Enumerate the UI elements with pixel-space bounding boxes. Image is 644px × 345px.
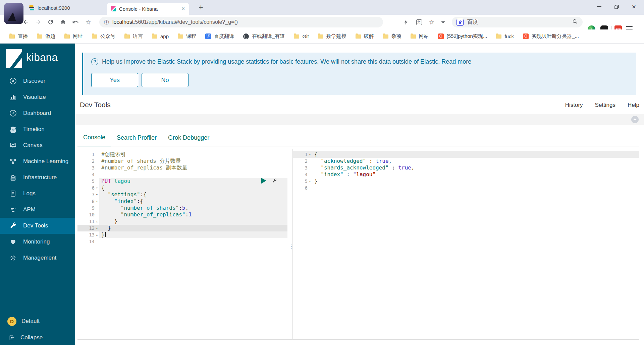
page-info-icon[interactable]: ⓘ [104,19,109,25]
window-minimize-button[interactable] [591,0,607,13]
editor-line[interactable]: 8▾ "index":{ [77,198,287,205]
editor-line[interactable]: 10 "number_of_replicas":1 [77,211,287,218]
bookmark-item[interactable]: 译百度翻译 [205,33,234,40]
fold-open-icon[interactable]: ▾ [308,151,312,158]
editor-line[interactable]: 2 "acknowledged" : true, [293,158,639,164]
sidebar-item-space-default[interactable]: D Default [0,314,75,329]
browser-profile-avatar[interactable] [4,3,23,24]
editor-line[interactable]: 1#创建索引 [77,151,287,158]
bookmark-item[interactable]: 网址 [64,33,83,40]
editor-line[interactable]: 14 [77,238,287,245]
bookmark-item[interactable]: 网站 [411,33,429,40]
browser-tab-kibana-console[interactable]: Console - Kibana × [107,3,189,15]
fold-open-icon[interactable]: ▾ [95,198,99,205]
bookmark-item[interactable]: 数学建模 [318,33,346,40]
fold-close-icon[interactable]: ▴ [95,225,99,231]
sidebar-item-dev-tools[interactable]: Dev Tools [0,218,75,234]
sidebar-item-canvas[interactable]: Canvas [0,137,75,153]
bookmark-item[interactable]: 做题 [37,33,55,40]
forward-button[interactable] [33,17,43,27]
extension-bolt-icon[interactable] [402,18,411,26]
scroll-top-button[interactable] [631,116,639,123]
sidebar-item-logs[interactable]: Logs [0,186,75,202]
bookmark-item[interactable]: C[552]python实现... [438,33,487,40]
editor-line[interactable]: 3#number_of_replicas 副本数量 [77,164,287,171]
bookmark-item[interactable]: 直播 [9,33,28,40]
tab-grok-debugger[interactable]: Grok Debugger [162,129,215,146]
sidebar-item-monitoring[interactable]: Monitoring [0,234,75,250]
editor-line[interactable]: 6▾{ [77,185,287,191]
fold-open-icon[interactable]: ▾ [95,185,99,191]
send-request-button[interactable] [261,178,266,184]
editor-line[interactable]: 11▴ } [77,218,287,225]
sidebar-item-management[interactable]: Management [0,250,75,266]
bookmark-star-button[interactable]: ☆ [83,17,93,27]
canvas-icon [9,141,17,149]
fold-close-icon[interactable]: ▴ [95,231,99,238]
bookmark-item[interactable]: 在线翻译_有道 [243,33,285,40]
editor-line[interactable]: 13▴} [77,231,287,238]
editor-line[interactable]: 12▴ } [77,225,287,231]
bookmark-item[interactable]: 语言 [124,33,143,40]
editor-line[interactable]: 9 "number_of_shards":5, [77,205,287,211]
bookmark-item[interactable]: fuck [496,33,514,39]
sidebar-item-visualize[interactable]: Visualize [0,89,75,105]
tab-close-icon[interactable]: × [180,5,186,12]
sidebar-item-timelion[interactable]: Timelion [0,121,75,137]
sidebar-item-discover[interactable]: Discover [0,73,75,89]
no-button[interactable]: No [142,73,189,87]
header-link-help[interactable]: Help [628,102,639,109]
search-icon[interactable] [572,19,578,26]
response-viewer[interactable]: 1▾{2 "acknowledged" : true,3 "shards_ack… [292,149,639,339]
baidu-search-box[interactable]: 百度 [452,17,583,27]
kibana-logo[interactable] [6,49,22,68]
history-undo-button[interactable] [70,17,80,27]
window-restore-button[interactable] [608,0,625,13]
header-link-history[interactable]: History [565,102,583,109]
bookmark-item[interactable]: 杂项 [383,33,401,40]
editor-line[interactable]: 6 [293,185,639,191]
bookmark-item[interactable]: 破解 [356,33,374,40]
url-star-icon[interactable]: ☆ [427,18,436,26]
fold-close-icon[interactable]: ▴ [95,218,99,225]
editor-line[interactable]: 4 "index" : "lagou" [293,171,639,178]
request-options-button[interactable] [272,178,277,184]
sidebar-item-apm[interactable]: APM [0,202,75,218]
sidebar-collapse-button[interactable]: Collapse [0,330,75,345]
new-tab-button[interactable]: + [196,3,206,12]
yes-button[interactable]: Yes [91,73,138,87]
bookmark-item[interactable]: 公众号 [92,33,115,40]
tab-search-profiler[interactable]: Search Profiler [111,129,162,146]
pane-splitter[interactable]: ⋮ [287,149,292,339]
bookmark-item[interactable]: C实现贝叶斯分类器_... [523,33,579,40]
code-text [99,171,287,178]
reload-button[interactable] [46,17,56,27]
browser-tab-elasticsearch[interactable]: localhost:9200 [29,3,105,12]
address-bar[interactable]: ⓘ localhost:5601/app/kibana#/dev_tools/c… [99,17,383,27]
read-more-link[interactable]: Read more [441,58,471,65]
fold-open-icon[interactable]: ▾ [95,191,99,198]
editor-line[interactable]: 1▾{ [293,151,639,158]
browser-tab-strip: localhost:9200 Console - Kibana × + × [0,0,644,15]
editor-line[interactable]: 5PUT lagou [77,178,287,185]
editor-line[interactable]: 2#number_of_shards 分片数量 [77,158,287,164]
header-link-settings[interactable]: Settings [595,102,615,109]
editor-line[interactable]: 4 [77,171,287,178]
tab-console[interactable]: Console [77,129,111,146]
bookmark-item[interactable]: 课程 [178,33,196,40]
bookmark-item[interactable]: Git [294,33,309,39]
sidebar-item-machine-learning[interactable]: Machine Learning [0,153,75,169]
editor-line[interactable]: 3 "shards_acknowledged" : true, [293,164,639,171]
line-number-gutter: 7▾ [77,191,99,198]
fold-close-icon[interactable]: ▴ [308,178,312,185]
editor-line[interactable]: 7▾ "settings":{ [77,191,287,198]
bookmark-item[interactable]: app [152,33,169,39]
sidebar-item-infrastructure[interactable]: Infrastructure [0,169,75,186]
chevron-down-icon[interactable] [439,18,447,26]
sidebar-item-dashboard[interactable]: Dashboard [0,105,75,121]
request-editor[interactable]: 1#创建索引2#number_of_shards 分片数量3#number_of… [77,149,287,339]
editor-line[interactable]: 5▴} [293,178,639,185]
translate-page-icon[interactable]: 文 [415,18,423,26]
home-button[interactable] [58,17,68,27]
window-close-button[interactable]: × [626,0,642,13]
